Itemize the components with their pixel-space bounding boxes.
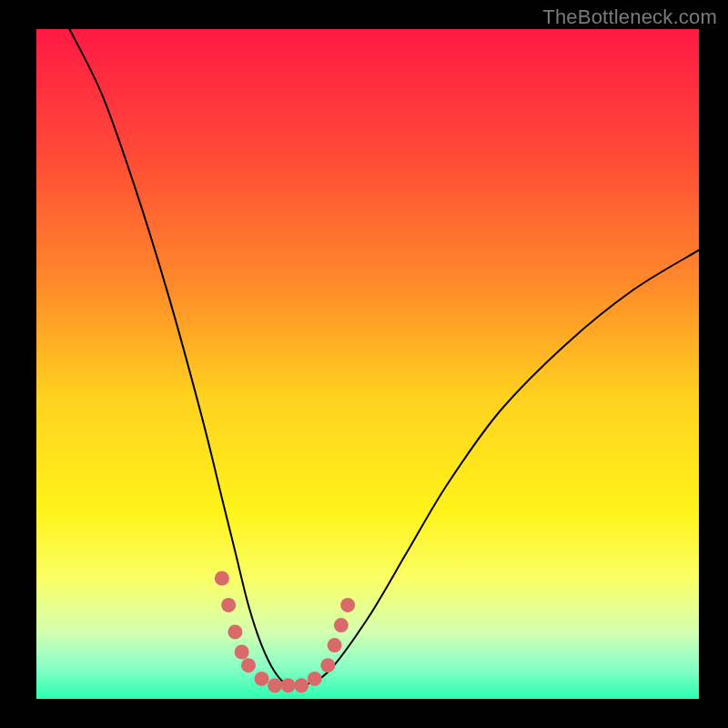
chart-canvas [0, 0, 728, 728]
highlight-marker [255, 672, 269, 686]
highlight-marker [340, 598, 355, 612]
highlight-marker [221, 598, 236, 612]
highlight-marker [235, 644, 249, 659]
highlight-marker [320, 658, 335, 672]
highlight-marker [294, 678, 308, 693]
highlight-marker [308, 672, 322, 686]
chart-root: TheBottleneck.com [0, 0, 728, 728]
watermark-text: TheBottleneck.com [542, 5, 717, 29]
highlight-marker [334, 618, 349, 632]
highlight-marker [228, 624, 242, 639]
highlight-marker [328, 638, 342, 652]
highlight-marker [241, 658, 256, 672]
plot-background [36, 29, 699, 699]
highlight-marker [215, 571, 229, 586]
highlight-marker [268, 678, 282, 693]
highlight-marker [281, 678, 296, 693]
